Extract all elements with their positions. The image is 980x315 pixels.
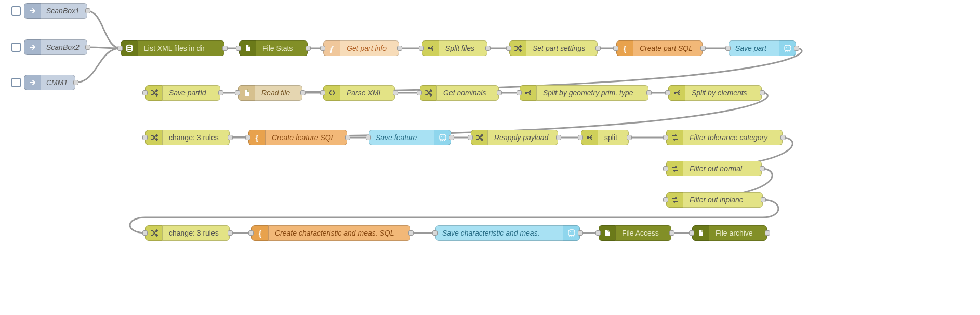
- port-in[interactable]: [366, 135, 371, 140]
- port-in[interactable]: [248, 230, 254, 236]
- inject-trigger-square[interactable]: [11, 78, 21, 87]
- flow-node-n4[interactable]: Split files: [422, 40, 487, 56]
- node-label: Parse XML: [347, 89, 382, 97]
- port-out[interactable]: [228, 135, 233, 140]
- flow-node-n20[interactable]: Filter out normal: [666, 161, 762, 176]
- port-out[interactable]: [85, 8, 90, 13]
- port-out[interactable]: [306, 46, 311, 51]
- port-in[interactable]: [419, 46, 424, 51]
- port-out[interactable]: [761, 197, 766, 202]
- db-icon: [121, 40, 137, 56]
- port-out[interactable]: [646, 90, 652, 95]
- flow-node-n2[interactable]: File Stats: [239, 40, 308, 56]
- flow-node-n17[interactable]: Reapply payload: [471, 130, 558, 145]
- flow-node-n5[interactable]: Set part settings: [509, 40, 598, 56]
- swap-icon: [666, 130, 683, 145]
- port-out[interactable]: [669, 230, 674, 236]
- port-out[interactable]: [556, 135, 561, 140]
- port-out[interactable]: [397, 46, 402, 51]
- port-out[interactable]: [408, 230, 414, 236]
- port-in[interactable]: [613, 46, 618, 51]
- flow-node-n13[interactable]: Split by elements: [668, 85, 762, 101]
- port-in[interactable]: [468, 135, 473, 140]
- port-out[interactable]: [627, 135, 632, 140]
- flow-node-n14[interactable]: change: 3 rules: [145, 130, 230, 145]
- shuffle-icon: [420, 85, 436, 101]
- flow-node-n23[interactable]: {Create characteristic and meas. SQL: [251, 225, 410, 241]
- port-in[interactable]: [578, 135, 583, 140]
- port-out[interactable]: [73, 80, 78, 85]
- port-out[interactable]: [485, 46, 491, 51]
- port-in[interactable]: [142, 230, 148, 236]
- port-out[interactable]: [595, 46, 601, 51]
- svg-point-6: [788, 47, 789, 48]
- inject-trigger-square[interactable]: [11, 6, 21, 16]
- flow-node-n15[interactable]: {Create feature SQL: [248, 130, 347, 145]
- brace-icon: {: [251, 225, 268, 241]
- flow-canvas[interactable]: ScanBox1ScanBox2CMM1List XML files in di…: [0, 0, 980, 315]
- port-out[interactable]: [222, 46, 228, 51]
- port-out[interactable]: [300, 90, 306, 95]
- flow-node-n19[interactable]: Filter tolerance category: [666, 130, 783, 145]
- port-in[interactable]: [320, 46, 325, 51]
- flow-node-n18[interactable]: split: [581, 130, 629, 145]
- flow-node-n26[interactable]: File archive: [692, 225, 767, 241]
- flow-node-n1[interactable]: List XML files in dir: [121, 40, 224, 56]
- flow-node-n3[interactable]: ƒGet part info: [323, 40, 399, 56]
- port-out[interactable]: [393, 90, 398, 95]
- svg-point-0: [127, 45, 132, 47]
- port-out[interactable]: [449, 135, 454, 140]
- port-out[interactable]: [228, 230, 233, 236]
- port-in[interactable]: [506, 46, 511, 51]
- flow-node-n24[interactable]: Save characteristic and meas.: [435, 225, 580, 241]
- port-out[interactable]: [760, 90, 765, 95]
- inject-node-label: CMM1: [41, 75, 75, 90]
- port-in[interactable]: [432, 230, 438, 236]
- flow-node-n22[interactable]: change: 3 rules: [145, 225, 230, 241]
- port-in[interactable]: [117, 46, 123, 51]
- port-out[interactable]: [578, 230, 583, 236]
- port-out[interactable]: [760, 166, 765, 171]
- svg-point-13: [679, 92, 680, 93]
- flow-node-n12[interactable]: Split by geometry prim. type: [520, 85, 648, 101]
- port-out[interactable]: [345, 135, 350, 140]
- port-in[interactable]: [235, 90, 240, 95]
- port-out[interactable]: [700, 46, 706, 51]
- port-in[interactable]: [320, 90, 325, 95]
- port-out[interactable]: [794, 46, 799, 51]
- flow-node-n16[interactable]: Save feature: [369, 130, 451, 145]
- port-in[interactable]: [417, 90, 422, 95]
- port-in[interactable]: [725, 46, 731, 51]
- inject-node-s3[interactable]: CMM1: [11, 75, 75, 90]
- flow-node-n9[interactable]: Read file: [238, 85, 302, 101]
- port-in[interactable]: [142, 90, 148, 95]
- flow-node-n25[interactable]: File Access: [599, 225, 671, 241]
- node-label: Save part: [735, 44, 766, 52]
- port-in[interactable]: [665, 90, 670, 95]
- inject-trigger-square[interactable]: [11, 43, 21, 52]
- flow-node-n7[interactable]: Save part: [729, 40, 796, 56]
- port-in[interactable]: [663, 135, 668, 140]
- inject-node-s1[interactable]: ScanBox1: [11, 3, 87, 19]
- node-body: Split by geometry prim. type: [536, 85, 648, 101]
- port-in[interactable]: [663, 197, 668, 202]
- port-out[interactable]: [497, 90, 502, 95]
- flow-node-n10[interactable]: Parse XML: [323, 85, 395, 101]
- flow-node-n8[interactable]: Save partId: [145, 85, 220, 101]
- port-out[interactable]: [218, 90, 223, 95]
- port-in[interactable]: [595, 230, 601, 236]
- port-in[interactable]: [236, 46, 241, 51]
- flow-node-n6[interactable]: {Create part SQL: [616, 40, 703, 56]
- port-out[interactable]: [85, 45, 90, 50]
- port-out[interactable]: [765, 230, 770, 236]
- port-in[interactable]: [517, 90, 522, 95]
- flow-node-n11[interactable]: Get nominals: [420, 85, 499, 101]
- port-in[interactable]: [142, 135, 148, 140]
- port-in[interactable]: [245, 135, 250, 140]
- port-out[interactable]: [780, 135, 786, 140]
- port-in[interactable]: [663, 166, 668, 171]
- port-in[interactable]: [689, 230, 694, 236]
- flow-node-n21[interactable]: Filter out inplane: [666, 192, 763, 208]
- inject-node-s2[interactable]: ScanBox2: [11, 39, 87, 55]
- shuffle-icon: [471, 130, 487, 145]
